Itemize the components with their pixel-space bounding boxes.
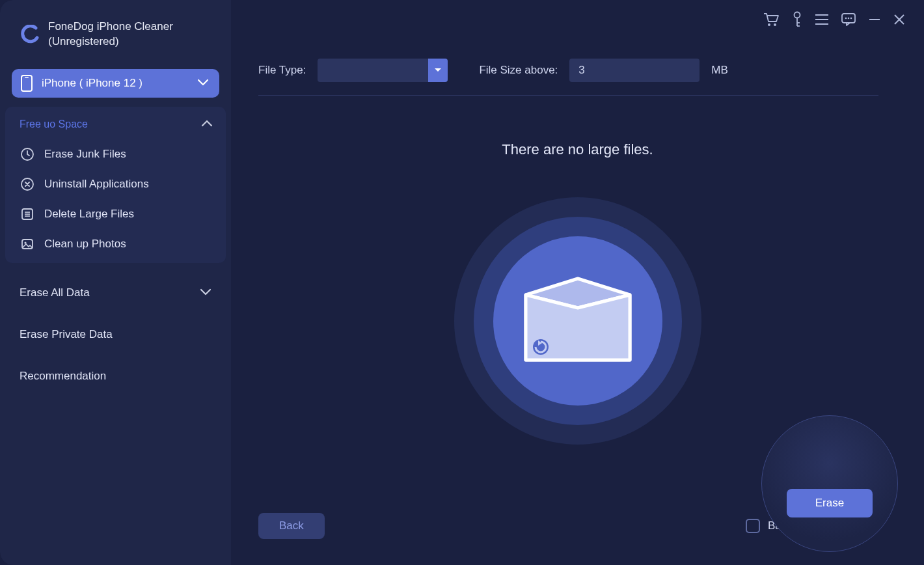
box-icon	[516, 269, 640, 373]
sidebar-item-label: Uninstall Applications	[44, 178, 149, 191]
back-button[interactable]: Back	[258, 513, 325, 539]
app-logo-icon	[20, 23, 42, 46]
filter-row: File Type: File Size above: MB	[231, 39, 924, 95]
checkbox-icon	[746, 519, 760, 533]
device-selector[interactable]: iPhone ( iPhone 12 )	[12, 69, 219, 98]
sidebar-item-erase-all[interactable]: Erase All Data	[0, 272, 231, 314]
sidebar-item-label: Delete Large Files	[44, 208, 134, 221]
app-title-line2: (Unregistered)	[48, 34, 173, 49]
erase-button[interactable]: Erase	[787, 489, 873, 517]
chevron-down-icon	[200, 286, 211, 299]
file-size-label: File Size above:	[479, 64, 558, 77]
chevron-up-icon	[201, 118, 213, 130]
sidebar-item-clean-photos[interactable]: Clean up Photos	[5, 229, 226, 259]
svg-rect-8	[22, 240, 33, 249]
svg-point-20	[845, 18, 847, 20]
file-list-icon	[20, 207, 35, 221]
clock-icon	[20, 147, 35, 161]
sidebar-item-erase-private[interactable]: Erase Private Data	[0, 314, 231, 355]
photo-icon	[20, 237, 35, 251]
svg-rect-0	[21, 76, 32, 91]
sidebar: FoneDog iPhone Cleaner (Unregistered) iP…	[0, 0, 231, 565]
sidebar-item-delete-large[interactable]: Delete Large Files	[5, 199, 226, 229]
minimize-button[interactable]	[868, 13, 881, 26]
svg-point-10	[768, 23, 770, 26]
nav-group-free-space-label: Free uo Space	[20, 118, 201, 130]
nav-group-free-space: Free uo Space Erase Junk Files Uninstall…	[5, 107, 226, 263]
empty-state-message: There are no large files.	[502, 141, 653, 158]
key-icon[interactable]	[791, 11, 803, 28]
file-type-select[interactable]	[318, 59, 448, 82]
erase-action-ring: Erase	[761, 415, 898, 552]
dropdown-arrow-icon	[428, 59, 448, 82]
sidebar-item-label: Erase Junk Files	[44, 148, 126, 161]
sidebar-header: FoneDog iPhone Cleaner (Unregistered)	[0, 13, 231, 62]
feedback-icon[interactable]	[841, 12, 856, 27]
titlebar	[231, 0, 924, 39]
svg-point-22	[850, 18, 852, 20]
close-button[interactable]	[893, 13, 906, 26]
empty-state-illustration	[454, 197, 701, 445]
sidebar-item-label: Clean up Photos	[44, 238, 126, 251]
sidebar-item-erase-junk[interactable]: Erase Junk Files	[5, 139, 226, 169]
menu-icon[interactable]	[815, 14, 829, 25]
svg-rect-1	[25, 77, 29, 78]
app-title-line1: FoneDog iPhone Cleaner	[48, 20, 173, 34]
app-root: FoneDog iPhone Cleaner (Unregistered) iP…	[0, 0, 924, 565]
sidebar-item-label: Recommendation	[20, 370, 211, 383]
file-size-unit: MB	[711, 64, 728, 77]
file-type-label: File Type:	[258, 64, 306, 77]
svg-point-21	[848, 18, 850, 20]
sidebar-item-uninstall[interactable]: Uninstall Applications	[5, 169, 226, 199]
sidebar-item-recommendation[interactable]: Recommendation	[0, 355, 231, 397]
sidebar-item-label: Erase Private Data	[20, 328, 211, 341]
cart-icon[interactable]	[763, 12, 780, 27]
sidebar-item-label: Erase All Data	[20, 286, 200, 299]
svg-point-12	[795, 12, 800, 18]
chevron-down-icon	[197, 77, 209, 89]
file-size-input[interactable]	[569, 59, 700, 82]
app-title: FoneDog iPhone Cleaner (Unregistered)	[48, 20, 173, 49]
svg-point-11	[774, 23, 776, 26]
phone-icon	[21, 75, 33, 92]
main-panel: File Type: File Size above: MB There are…	[231, 0, 924, 565]
device-label: iPhone ( iPhone 12 )	[42, 77, 197, 90]
nav-group-free-space-header[interactable]: Free uo Space	[5, 109, 226, 139]
uninstall-icon	[20, 177, 35, 191]
